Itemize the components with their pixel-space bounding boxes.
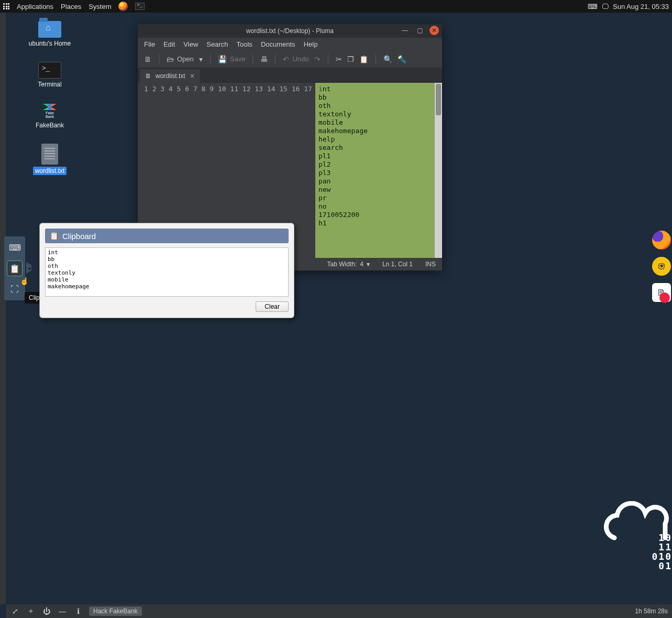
menu-applications[interactable]: Applications (17, 3, 53, 10)
find-icon: 🔍 (383, 55, 392, 63)
find-replace-button[interactable]: 🔦 (398, 55, 406, 63)
chevron-down-icon: ▾ (199, 55, 203, 63)
document-icon: 🗎 (145, 72, 151, 80)
right-dock: ֍ 🗎 (651, 231, 672, 303)
clear-button[interactable]: Clear (256, 301, 289, 312)
window-title: wordlist.txt (~/Desktop) - Pluma (246, 27, 334, 35)
menu-documents[interactable]: Documents (261, 40, 295, 48)
vertical-scrollbar[interactable] (435, 83, 442, 258)
dock-firefox[interactable] (652, 231, 671, 250)
tray-keyboard-button[interactable]: ⌨ (7, 240, 23, 255)
keyboard-indicator-icon[interactable]: ⌨ (588, 3, 598, 10)
tab-label: wordlist.txt (156, 72, 185, 80)
desktop-icons: ubuntu's Home Terminal FakeBank FakeBank… (18, 21, 81, 190)
expand-icon[interactable]: ⤢ (10, 607, 20, 615)
minimize-icon[interactable]: — (58, 607, 67, 615)
tab-width-value: 4 (360, 261, 363, 268)
icon-label: ubuntu's Home (29, 40, 71, 47)
open-button[interactable]: 🗁Open (167, 55, 194, 63)
menu-view[interactable]: View (183, 40, 198, 48)
terminal-icon (38, 62, 61, 79)
icon-label: Terminal (38, 81, 61, 88)
menu-tools[interactable]: Tools (237, 40, 252, 48)
menu-help[interactable]: Help (304, 40, 318, 48)
maximize-button[interactable]: ▢ (415, 26, 424, 35)
menu-edit[interactable]: Edit (163, 40, 175, 48)
dock-red-badge[interactable] (659, 292, 670, 303)
insert-mode[interactable]: INS (425, 261, 436, 268)
toolbar: 🗎 🗁Open ▾ 💾Save 🖶 ↶Undo ↷ ✂ ❐ 📋 🔍 🔦 (138, 50, 442, 68)
cloud-widget: 101101001 (599, 501, 672, 550)
icon-label: FakeBank (36, 122, 64, 129)
menu-places[interactable]: Places (61, 3, 81, 10)
undo-label: Undo (292, 55, 309, 63)
print-icon: 🖶 (260, 55, 268, 63)
desktop-icon-terminal[interactable]: Terminal (18, 62, 81, 88)
top-panel: Applications Places System ⌨ 🖵 Sun Aug 2… (0, 0, 672, 13)
tray-screenshot-button[interactable]: ⛶ (7, 281, 23, 297)
desktop-icon-wordlist[interactable]: wordlist.txt (18, 144, 81, 175)
info-icon[interactable]: ℹ (73, 607, 83, 615)
session-timer: 1h 58m 28s (635, 608, 668, 615)
clock[interactable]: Sun Aug 21, 05:33 (613, 3, 669, 10)
save-icon: 💾 (218, 55, 227, 63)
undo-icon: ↶ (283, 55, 289, 63)
titlebar[interactable]: wordlist.txt (~/Desktop) - Pluma — ▢ ✕ (138, 24, 442, 38)
tray-clipboard-button[interactable]: 📋 (7, 261, 23, 276)
tab-close-icon[interactable]: ✕ (190, 72, 195, 80)
clipboard-textarea[interactable] (45, 247, 289, 297)
cut-button[interactable]: ✂ (336, 55, 342, 63)
apps-grid-icon[interactable] (3, 3, 9, 9)
task-button[interactable]: Hack FakeBank (89, 606, 142, 616)
cut-icon: ✂ (336, 55, 342, 63)
clipboard-title: Clipboard (62, 232, 96, 241)
menubar: File Edit View Search Tools Documents He… (138, 38, 442, 50)
close-button[interactable]: ✕ (429, 26, 439, 35)
save-label: Save (230, 55, 246, 63)
power-icon[interactable]: ⏻ (42, 607, 51, 615)
display-icon[interactable]: 🖵 (602, 3, 609, 10)
undo-button[interactable]: ↶Undo (283, 55, 309, 63)
tab-width-label: Tab Width: (327, 261, 357, 268)
dock-swirl-app[interactable]: ֍ (652, 257, 671, 276)
desktop-icon-fakebank[interactable]: FakeBank FakeBank (18, 103, 81, 129)
print-button[interactable]: 🖶 (260, 55, 268, 63)
tray-collapse-caret[interactable]: ◂ (26, 262, 31, 274)
tab-wordlist[interactable]: 🗎 wordlist.txt ✕ (140, 69, 200, 83)
menu-system[interactable]: System (89, 3, 111, 10)
paste-icon: 📋 (359, 55, 368, 63)
cursor-position: Ln 1, Col 1 (382, 261, 413, 268)
terminal-icon[interactable] (135, 3, 145, 10)
find-button[interactable]: 🔍 (383, 55, 392, 63)
folder-icon (38, 21, 61, 38)
open-recent-dropdown[interactable]: ▾ (199, 55, 203, 63)
minimize-button[interactable]: — (400, 26, 410, 35)
redo-button[interactable]: ↷ (314, 55, 321, 63)
code-content[interactable]: int bb oth textonly mobile makehomepage … (315, 83, 435, 258)
open-icon: 🗁 (167, 55, 174, 63)
clipboard-icon: 📋 (49, 231, 59, 241)
tab-width-selector[interactable]: Tab Width: 4 ▾ (327, 261, 370, 268)
desktop-icon-home[interactable]: ubuntu's Home (18, 21, 81, 47)
new-file-icon: 🗎 (144, 55, 151, 63)
redo-icon: ↷ (314, 55, 321, 63)
clipboard-window: 📋 Clipboard Clear (39, 223, 294, 318)
firefox-icon[interactable] (118, 2, 128, 11)
side-tray: ⌨ 📋 ⛶ (4, 236, 25, 300)
document-icon (41, 144, 58, 165)
left-rail (0, 13, 6, 604)
cloud-digits: 101101001 (652, 533, 672, 571)
menu-file[interactable]: File (144, 40, 155, 48)
icon-label: wordlist.txt (33, 167, 67, 175)
save-button[interactable]: 💾Save (218, 55, 246, 63)
new-file-button[interactable]: 🗎 (144, 55, 151, 63)
menu-search[interactable]: Search (206, 40, 228, 48)
scrollbar-thumb[interactable] (436, 84, 441, 115)
copy-button[interactable]: ❐ (347, 55, 354, 63)
paste-button[interactable]: 📋 (359, 55, 368, 63)
chevron-down-icon: ▾ (367, 261, 370, 268)
add-icon[interactable]: ＋ (26, 606, 36, 616)
bottom-bar: ⤢ ＋ ⏻ — ℹ Hack FakeBank 1h 58m 28s (6, 604, 672, 618)
copy-icon: ❐ (347, 55, 354, 63)
clipboard-header: 📋 Clipboard (45, 229, 289, 243)
